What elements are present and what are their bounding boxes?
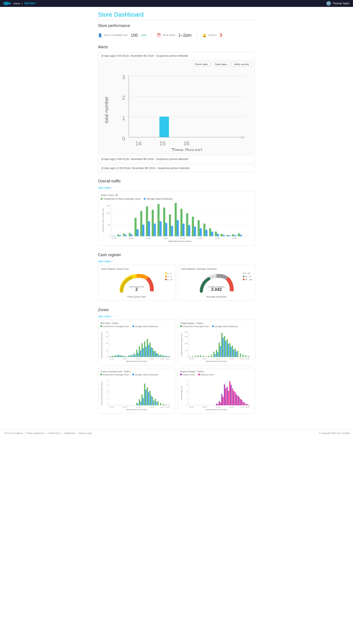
svg-text:10:00: 10:00 bbox=[149, 358, 154, 360]
svg-rect-186 bbox=[236, 352, 237, 357]
svg-rect-263 bbox=[242, 402, 244, 405]
footer-report[interactable]: Report a bug bbox=[79, 432, 92, 434]
svg-text:3.042: 3.042 bbox=[211, 287, 222, 292]
svg-rect-44 bbox=[146, 206, 148, 236]
peak-value: 1–2pm bbox=[178, 33, 192, 38]
svg-rect-2 bbox=[6, 2, 7, 6]
svg-rect-267 bbox=[248, 404, 249, 405]
svg-text:07:00: 07:00 bbox=[146, 237, 151, 239]
svg-rect-5 bbox=[10, 3, 11, 4]
svg-text:04:00: 04:00 bbox=[203, 358, 207, 360]
svg-rect-223 bbox=[157, 401, 159, 405]
svg-rect-76 bbox=[238, 233, 240, 236]
svg-text:16: 16 bbox=[183, 140, 189, 146]
cash-register-grid: Cash Register Queue Size 0 - 2 2 - 5 5 -… bbox=[98, 265, 255, 301]
svg-rect-47 bbox=[154, 224, 156, 236]
zone-apparel-legend: Visitors Count Entrance Count bbox=[180, 374, 253, 376]
svg-rect-127 bbox=[147, 339, 148, 357]
check-video-button[interactable]: Check video bbox=[192, 62, 211, 66]
svg-rect-129 bbox=[149, 342, 151, 357]
svg-rect-221 bbox=[155, 399, 156, 405]
svg-rect-178 bbox=[225, 341, 226, 357]
svg-rect-42 bbox=[140, 211, 142, 236]
svg-rect-172 bbox=[217, 352, 218, 357]
svg-rect-128 bbox=[148, 345, 149, 357]
false-alarm-button[interactable]: False alarm bbox=[212, 62, 230, 66]
devnet-text: DEVNET bbox=[24, 2, 36, 5]
traffic-chart-title: Visitor Chart -All bbox=[101, 194, 252, 196]
footer-links: Terms & Conditions | Privacy Statement |… bbox=[4, 432, 92, 434]
svg-rect-144 bbox=[169, 356, 170, 357]
zone-360globe-card: 360 Globe: Visitors Overall Sum of Avera… bbox=[98, 320, 175, 366]
svg-rect-38 bbox=[129, 233, 131, 236]
svg-rect-259 bbox=[237, 396, 238, 405]
svg-rect-249 bbox=[224, 384, 225, 405]
svg-rect-36 bbox=[123, 233, 125, 236]
svg-text:2: 2 bbox=[186, 398, 187, 400]
svg-rect-188 bbox=[240, 353, 241, 357]
footer-trademarks[interactable]: Trademarks bbox=[64, 432, 76, 434]
traffic-chart-card: Visitor Chart -All Overall Sum of Sum of… bbox=[98, 191, 255, 246]
svg-rect-160 bbox=[189, 356, 191, 357]
cash-register-add-filter[interactable]: Add a filter + bbox=[98, 260, 113, 263]
svg-rect-35 bbox=[119, 235, 121, 236]
svg-text:1: 1 bbox=[122, 115, 125, 121]
svg-rect-246 bbox=[220, 402, 221, 405]
svg-rect-220 bbox=[153, 400, 155, 405]
traffic-add-filter[interactable]: Add a filter + bbox=[98, 186, 113, 189]
svg-rect-110 bbox=[124, 356, 125, 357]
svg-text:4: 4 bbox=[107, 391, 108, 393]
footer-cookie[interactable]: Cookie Policy bbox=[48, 432, 61, 434]
svg-rect-247 bbox=[221, 394, 222, 405]
svg-rect-251 bbox=[227, 387, 228, 405]
svg-text:0: 0 bbox=[186, 356, 187, 358]
svg-rect-16 bbox=[159, 117, 169, 137]
svg-text:6: 6 bbox=[107, 380, 108, 382]
svg-text:150: 150 bbox=[107, 204, 110, 207]
svg-rect-69 bbox=[217, 234, 219, 236]
svg-rect-45 bbox=[148, 221, 150, 236]
svg-text:15: 15 bbox=[159, 140, 166, 146]
entrances-card: Cash Register: Average entrances 0 - 50 … bbox=[178, 265, 255, 301]
svg-rect-55 bbox=[177, 220, 179, 236]
svg-text:22:00: 22:00 bbox=[232, 237, 237, 239]
entrances-title: Cash Register: Average entrances bbox=[181, 268, 252, 270]
notify-security-button[interactable]: Notify security bbox=[231, 62, 252, 66]
svg-text:Overall Max of Max average_cou: Overall Max of Max average_coun bbox=[102, 208, 104, 232]
svg-rect-62 bbox=[198, 220, 200, 236]
svg-rect-184 bbox=[233, 350, 234, 357]
svg-rect-122 bbox=[140, 350, 141, 357]
user-menu[interactable]: TT Thomas Taylor bbox=[326, 1, 349, 6]
cash-register-heading: Cash register bbox=[98, 253, 255, 257]
svg-rect-191 bbox=[248, 356, 249, 357]
legend-pink-dot bbox=[198, 374, 200, 375]
svg-rect-139 bbox=[163, 355, 164, 357]
footer-terms[interactable]: Terms & Conditions bbox=[4, 432, 23, 434]
svg-rect-213 bbox=[144, 384, 145, 405]
svg-rect-254 bbox=[230, 385, 232, 405]
svg-rect-258 bbox=[236, 394, 237, 405]
svg-rect-33 bbox=[114, 236, 115, 236]
entrances-gauge-svg: Average entrances 3.042 bbox=[197, 272, 236, 294]
alert-item-3: (6 days ago) 12:45:00 pm, November 6th 2… bbox=[98, 164, 255, 172]
svg-rect-252 bbox=[228, 391, 229, 405]
legend-blue-dot bbox=[144, 198, 145, 200]
svg-text:Average Max of Max average_cou: Average Max of Max average_count bbox=[181, 333, 183, 356]
svg-rect-63 bbox=[200, 228, 202, 236]
zones-add-filter[interactable]: Add a filter + bbox=[98, 315, 113, 318]
svg-text:13:00: 13:00 bbox=[160, 406, 164, 408]
svg-rect-103 bbox=[115, 355, 116, 357]
zone-apparel-title: Apparel Display : Visitors bbox=[180, 370, 253, 373]
bell-icon: 🔔 bbox=[202, 33, 206, 37]
svg-rect-140 bbox=[164, 356, 165, 357]
svg-rect-132 bbox=[153, 351, 155, 357]
svg-text:16:00: 16:00 bbox=[165, 406, 170, 408]
svg-text:@timestamp per 30 minutes: @timestamp per 30 minutes bbox=[206, 408, 227, 410]
svg-rect-125 bbox=[144, 341, 145, 357]
traffic-chart-svg: 0 50 100 150 bbox=[101, 202, 252, 243]
svg-text:04:00: 04:00 bbox=[123, 358, 127, 360]
svg-text:10:00: 10:00 bbox=[229, 358, 233, 360]
footer-privacy[interactable]: Privacy Statement bbox=[27, 432, 44, 434]
svg-text:16:00: 16:00 bbox=[245, 406, 249, 408]
svg-rect-187 bbox=[237, 351, 238, 357]
